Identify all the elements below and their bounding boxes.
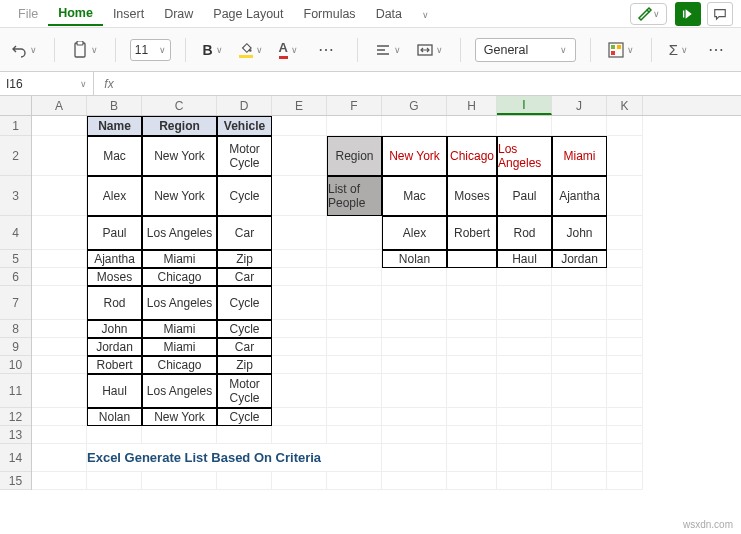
cell-C2[interactable]: New York [142,136,217,176]
cell-B4[interactable]: Paul [87,216,142,250]
cell-A10[interactable] [32,356,87,374]
cell-D4[interactable]: Car [217,216,272,250]
font-color-button[interactable]: A ∨ [276,38,301,61]
column-header-E[interactable]: E [272,96,327,115]
cell-F6[interactable] [327,268,382,286]
cell-G10[interactable] [382,356,447,374]
cell-C10[interactable]: Chicago [142,356,217,374]
cell-D3[interactable]: Cycle [217,176,272,216]
cell-F9[interactable] [327,338,382,356]
cell-H14[interactable] [447,444,497,472]
cond-format-button[interactable]: ∨ [605,40,637,60]
align-button[interactable]: ∨ [372,41,404,59]
tab-formulas[interactable]: Formulas [294,3,366,25]
cell-A2[interactable] [32,136,87,176]
cell-E2[interactable] [272,136,327,176]
cell-H12[interactable] [447,408,497,426]
column-header-J[interactable]: J [552,96,607,115]
merge-button[interactable]: ∨ [414,41,446,59]
cell-F7[interactable] [327,286,382,320]
cell-G13[interactable] [382,426,447,444]
tab-file[interactable]: File [8,3,48,25]
cell-I4[interactable]: Rod [497,216,552,250]
share-button[interactable] [675,2,701,26]
cell-I3[interactable]: Paul [497,176,552,216]
more-ribbon-button[interactable]: ⋯ [701,38,733,61]
column-header-F[interactable]: F [327,96,382,115]
undo-button[interactable]: ∨ [8,40,40,60]
cell-K13[interactable] [607,426,643,444]
cell-I12[interactable] [497,408,552,426]
cell-I8[interactable] [497,320,552,338]
cell-D9[interactable]: Car [217,338,272,356]
cell-H10[interactable] [447,356,497,374]
cell-K12[interactable] [607,408,643,426]
cell-I6[interactable] [497,268,552,286]
row-header-4[interactable]: 4 [0,216,31,250]
cell-F14[interactable] [327,444,382,472]
cell-B3[interactable]: Alex [87,176,142,216]
cell-D1[interactable]: Vehicle [217,116,272,136]
cell-B1[interactable]: Name [87,116,142,136]
row-header-1[interactable]: 1 [0,116,31,136]
cell-C15[interactable] [142,472,217,490]
cell-F8[interactable] [327,320,382,338]
cell-A4[interactable] [32,216,87,250]
column-header-D[interactable]: D [217,96,272,115]
tab-more[interactable]: ∨ [412,3,439,25]
cell-H8[interactable] [447,320,497,338]
cell-H5[interactable] [447,250,497,268]
row-header-13[interactable]: 13 [0,426,31,444]
cell-I10[interactable] [497,356,552,374]
cell-J13[interactable] [552,426,607,444]
cell-E15[interactable] [272,472,327,490]
row-header-9[interactable]: 9 [0,338,31,356]
number-format-select[interactable]: General ∨ [475,38,576,62]
cell-D13[interactable] [217,426,272,444]
more-font-button[interactable]: ⋯ [311,38,343,61]
cell-G14[interactable] [382,444,447,472]
cell-I15[interactable] [497,472,552,490]
cell-B11[interactable]: Haul [87,374,142,408]
tab-data[interactable]: Data [366,3,412,25]
cell-H15[interactable] [447,472,497,490]
cell-C4[interactable]: Los Angeles [142,216,217,250]
cell-F2[interactable]: Region [327,136,382,176]
cell-F3[interactable]: List of People [327,176,382,216]
cell-I7[interactable] [497,286,552,320]
cell-B5[interactable]: Ajantha [87,250,142,268]
cell-A9[interactable] [32,338,87,356]
cell-A13[interactable] [32,426,87,444]
cell-J1[interactable] [552,116,607,136]
select-all-corner[interactable] [0,96,32,116]
cell-C3[interactable]: New York [142,176,217,216]
cell-G11[interactable] [382,374,447,408]
fx-label[interactable]: fx [94,77,124,91]
cell-H7[interactable] [447,286,497,320]
tab-page-layout[interactable]: Page Layout [203,3,293,25]
cell-A12[interactable] [32,408,87,426]
cell-A6[interactable] [32,268,87,286]
cell-A3[interactable] [32,176,87,216]
cell-J3[interactable]: Ajantha [552,176,607,216]
cell-C13[interactable] [142,426,217,444]
cell-E13[interactable] [272,426,327,444]
cell-K3[interactable] [607,176,643,216]
row-header-11[interactable]: 11 [0,374,31,408]
cell-I9[interactable] [497,338,552,356]
row-header-2[interactable]: 2 [0,136,31,176]
cell-I13[interactable] [497,426,552,444]
cell-E8[interactable] [272,320,327,338]
bold-button[interactable]: B∨ [199,40,225,60]
cell-G3[interactable]: Mac [382,176,447,216]
cell-H13[interactable] [447,426,497,444]
column-header-B[interactable]: B [87,96,142,115]
comments-button[interactable] [707,2,733,26]
row-header-7[interactable]: 7 [0,286,31,320]
cell-F4[interactable] [327,216,382,250]
cell-D10[interactable]: Zip [217,356,272,374]
cell-F1[interactable] [327,116,382,136]
cell-C8[interactable]: Miami [142,320,217,338]
cell-D11[interactable]: Motor Cycle [217,374,272,408]
cell-H2[interactable]: Chicago [447,136,497,176]
